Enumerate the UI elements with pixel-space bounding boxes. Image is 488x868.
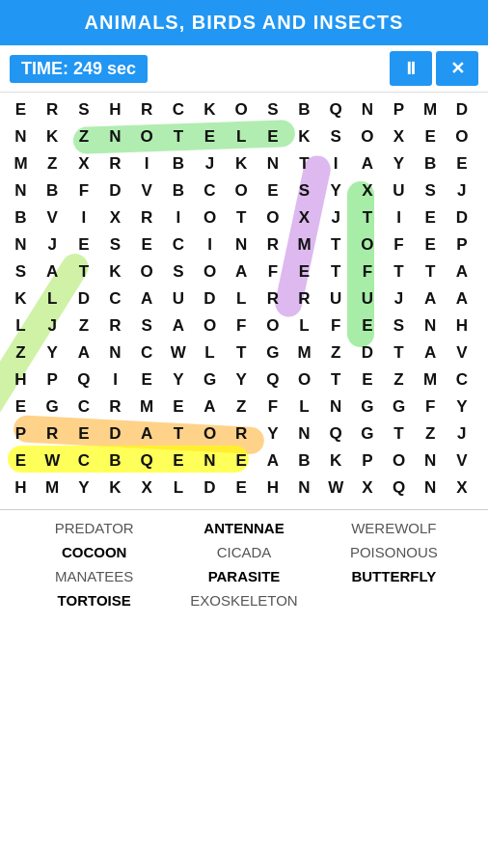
cell-3-2[interactable]: F xyxy=(70,177,96,204)
cell-5-11[interactable]: O xyxy=(354,231,380,258)
cell-7-3[interactable]: C xyxy=(102,285,128,312)
cell-6-13[interactable]: T xyxy=(418,258,444,285)
cell-2-6[interactable]: J xyxy=(197,150,223,177)
cell-13-8[interactable]: A xyxy=(259,448,285,475)
cell-9-0[interactable]: Z xyxy=(8,339,34,366)
cell-9-7[interactable]: T xyxy=(229,339,255,366)
cell-5-13[interactable]: E xyxy=(418,231,444,258)
cell-12-13[interactable]: Z xyxy=(418,420,444,448)
cell-3-13[interactable]: S xyxy=(418,177,444,204)
cell-9-3[interactable]: N xyxy=(102,339,128,366)
cell-7-0[interactable]: K xyxy=(8,285,34,312)
cell-4-12[interactable]: I xyxy=(386,204,412,231)
cell-8-7[interactable]: F xyxy=(229,312,255,339)
cell-9-6[interactable]: L xyxy=(197,339,223,366)
cell-10-13[interactable]: M xyxy=(418,366,444,393)
cell-6-2[interactable]: T xyxy=(70,258,96,285)
cell-7-10[interactable]: U xyxy=(323,285,349,312)
cell-3-5[interactable]: B xyxy=(165,177,191,204)
cell-0-2[interactable]: S xyxy=(70,96,96,123)
cell-14-12[interactable]: Q xyxy=(386,475,412,502)
cell-9-14[interactable]: V xyxy=(448,339,474,366)
cell-1-7[interactable]: L xyxy=(229,123,255,150)
cell-8-12[interactable]: S xyxy=(386,312,412,339)
cell-10-11[interactable]: E xyxy=(354,366,380,393)
cell-10-12[interactable]: Z xyxy=(386,366,412,393)
cell-7-5[interactable]: U xyxy=(165,285,191,312)
cell-0-12[interactable]: P xyxy=(386,96,412,123)
cell-7-12[interactable]: J xyxy=(386,285,412,312)
cell-3-9[interactable]: S xyxy=(291,177,317,204)
cell-2-9[interactable]: T xyxy=(291,150,317,177)
cell-10-3[interactable]: I xyxy=(102,366,128,393)
cell-0-0[interactable]: E xyxy=(8,96,34,123)
cell-6-14[interactable]: A xyxy=(448,258,474,285)
cell-7-7[interactable]: L xyxy=(229,285,255,312)
cell-6-5[interactable]: S xyxy=(165,258,191,285)
cell-2-13[interactable]: B xyxy=(418,150,444,177)
cell-5-7[interactable]: N xyxy=(229,231,255,258)
cell-10-7[interactable]: Y xyxy=(229,366,255,393)
cell-4-9[interactable]: X xyxy=(291,204,317,231)
cell-13-14[interactable]: V xyxy=(448,448,474,475)
cell-0-8[interactable]: S xyxy=(259,96,285,123)
cell-11-4[interactable]: M xyxy=(134,393,160,420)
cell-6-4[interactable]: O xyxy=(134,258,160,285)
cell-6-10[interactable]: T xyxy=(323,258,349,285)
cell-5-10[interactable]: T xyxy=(323,231,349,258)
cell-2-5[interactable]: B xyxy=(165,150,191,177)
cell-3-4[interactable]: V xyxy=(134,177,160,204)
cell-7-1[interactable]: L xyxy=(40,285,66,312)
cell-9-4[interactable]: C xyxy=(134,339,160,366)
cell-4-13[interactable]: E xyxy=(418,204,444,231)
cell-5-14[interactable]: P xyxy=(448,231,474,258)
cell-2-12[interactable]: Y xyxy=(386,150,412,177)
cell-10-10[interactable]: T xyxy=(323,366,349,393)
cell-9-8[interactable]: G xyxy=(259,339,285,366)
cell-13-3[interactable]: B xyxy=(102,448,128,475)
cell-11-6[interactable]: A xyxy=(197,393,223,420)
cell-11-8[interactable]: F xyxy=(259,393,285,420)
cell-1-0[interactable]: N xyxy=(8,123,34,150)
cell-0-13[interactable]: M xyxy=(418,96,444,123)
cell-2-2[interactable]: X xyxy=(70,150,96,177)
cell-7-9[interactable]: R xyxy=(291,285,317,312)
cell-4-7[interactable]: T xyxy=(229,204,255,231)
cell-11-0[interactable]: E xyxy=(8,393,34,420)
cell-5-3[interactable]: S xyxy=(102,231,128,258)
cell-5-8[interactable]: R xyxy=(259,231,285,258)
cell-14-0[interactable]: H xyxy=(8,475,34,502)
cell-3-12[interactable]: U xyxy=(386,177,412,204)
cell-7-4[interactable]: A xyxy=(134,285,160,312)
close-button[interactable]: ✕ xyxy=(436,51,478,86)
cell-7-6[interactable]: D xyxy=(197,285,223,312)
cell-9-5[interactable]: W xyxy=(165,339,191,366)
cell-6-6[interactable]: O xyxy=(197,258,223,285)
cell-11-13[interactable]: F xyxy=(418,393,444,420)
cell-12-5[interactable]: T xyxy=(165,420,191,448)
cell-10-8[interactable]: Q xyxy=(259,366,285,393)
cell-3-3[interactable]: D xyxy=(102,177,128,204)
cell-14-10[interactable]: W xyxy=(323,475,349,502)
cell-3-10[interactable]: Y xyxy=(323,177,349,204)
cell-4-1[interactable]: V xyxy=(40,204,66,231)
cell-8-1[interactable]: J xyxy=(40,312,66,339)
cell-14-2[interactable]: Y xyxy=(70,475,96,502)
cell-14-9[interactable]: N xyxy=(291,475,317,502)
cell-14-7[interactable]: E xyxy=(229,475,255,502)
cell-5-4[interactable]: E xyxy=(134,231,160,258)
cell-10-9[interactable]: O xyxy=(291,366,317,393)
cell-1-8[interactable]: E xyxy=(259,123,285,150)
cell-4-3[interactable]: X xyxy=(102,204,128,231)
cell-11-10[interactable]: N xyxy=(323,393,349,420)
cell-6-7[interactable]: A xyxy=(229,258,255,285)
cell-6-0[interactable]: S xyxy=(8,258,34,285)
cell-12-3[interactable]: D xyxy=(102,420,128,448)
cell-0-9[interactable]: B xyxy=(291,96,317,123)
cell-3-11[interactable]: X xyxy=(354,177,380,204)
cell-14-6[interactable]: D xyxy=(197,475,223,502)
cell-2-4[interactable]: I xyxy=(134,150,160,177)
cell-9-10[interactable]: Z xyxy=(323,339,349,366)
cell-4-10[interactable]: J xyxy=(323,204,349,231)
cell-13-0[interactable]: E xyxy=(8,448,34,475)
